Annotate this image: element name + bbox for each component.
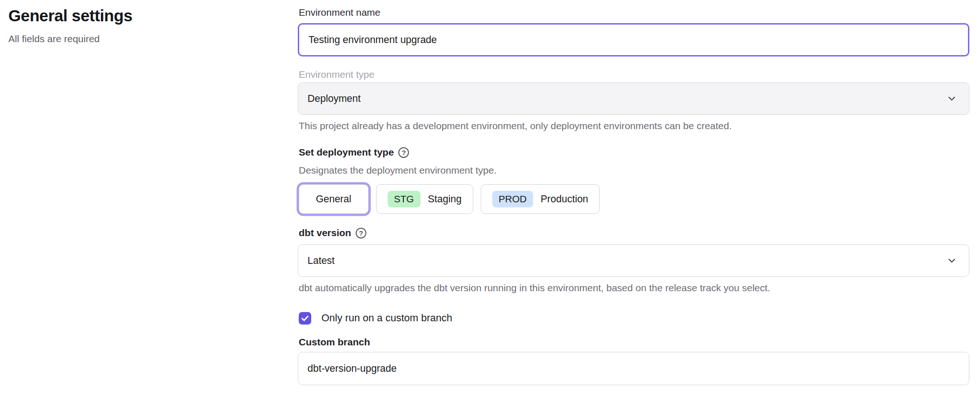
- checkmark-icon: [301, 314, 309, 322]
- environment-type-select: Deployment: [298, 82, 969, 115]
- custom-branch-toggle-row: Only run on a custom branch: [299, 310, 452, 326]
- deployment-type-description: Designates the deployment environment ty…: [299, 164, 496, 177]
- environment-name-label-text: Environment name: [299, 6, 380, 19]
- custom-branch-input[interactable]: [298, 352, 969, 385]
- environment-settings-page: General settings All fields are required…: [0, 0, 980, 400]
- staging-button-label: Staging: [428, 194, 462, 205]
- general-settings-form: Environment name Environment type Deploy…: [298, 0, 969, 400]
- environment-type-helper: This project already has a development e…: [299, 119, 732, 132]
- dbt-version-label: dbt version ?: [299, 226, 366, 240]
- environment-name-label: Environment name: [299, 6, 380, 19]
- dbt-version-label-text: dbt version: [299, 226, 351, 240]
- production-button-label: Production: [540, 194, 588, 205]
- custom-branch-toggle-label[interactable]: Only run on a custom branch: [321, 312, 452, 324]
- settings-summary-panel: General settings All fields are required: [8, 5, 268, 45]
- page-title: General settings: [8, 5, 268, 27]
- environment-type-value: Deployment: [308, 93, 947, 105]
- dbt-version-select[interactable]: Latest: [298, 244, 969, 277]
- deployment-type-label-text: Set deployment type: [299, 145, 394, 159]
- chevron-down-icon: [947, 256, 957, 266]
- deployment-type-options: General STG Staging PROD Production: [299, 184, 600, 214]
- help-icon[interactable]: ?: [398, 147, 409, 158]
- general-button-label: General: [316, 194, 352, 205]
- custom-branch-label: Custom branch: [299, 335, 370, 349]
- dbt-version-value: Latest: [308, 255, 947, 267]
- chevron-down-icon: [947, 94, 957, 104]
- deployment-type-label: Set deployment type ?: [299, 145, 409, 159]
- help-icon[interactable]: ?: [356, 228, 366, 238]
- prod-badge: PROD: [492, 191, 534, 207]
- deployment-type-staging-button[interactable]: STG Staging: [376, 184, 473, 214]
- custom-branch-label-text: Custom branch: [299, 335, 370, 349]
- dbt-version-helper: dbt automatically upgrades the dbt versi…: [299, 281, 770, 294]
- environment-type-label-text: Environment type: [299, 68, 374, 81]
- environment-name-input[interactable]: [298, 23, 969, 56]
- page-subtitle: All fields are required: [8, 32, 268, 45]
- deployment-type-general-button[interactable]: General: [299, 184, 369, 214]
- custom-branch-checkbox[interactable]: [299, 312, 311, 325]
- environment-type-label: Environment type: [299, 68, 374, 81]
- deployment-type-production-button[interactable]: PROD Production: [481, 184, 600, 214]
- stg-badge: STG: [388, 191, 421, 207]
